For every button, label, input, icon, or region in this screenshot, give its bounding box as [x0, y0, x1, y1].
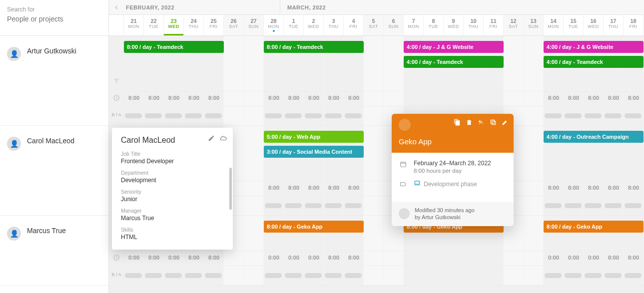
hours-cell: 8:00 — [304, 185, 324, 191]
booking-bar[interactable]: 4:00 / day - J & G Website — [544, 41, 644, 53]
hours-cell: 8:00 — [304, 95, 324, 101]
copy-icon[interactable] — [454, 119, 461, 127]
day-cell[interactable]: 3THU — [324, 15, 344, 35]
hours-cell: 8:00 — [624, 185, 644, 191]
ba-row: B / A — [124, 266, 644, 286]
ba-pill — [285, 203, 302, 208]
hours-row: 8:008:008:008:008:008:008:008:008:008:00… — [124, 91, 644, 106]
hours-cell: 0:00 — [564, 255, 584, 261]
edit-icon[interactable] — [208, 135, 215, 143]
job-title-label: Job Title — [121, 151, 224, 157]
card-edit-icon[interactable] — [502, 119, 509, 127]
booking-bar[interactable]: 4:00 / day - Teamdeck — [544, 56, 644, 68]
ba-pill — [125, 113, 142, 118]
ba-pill — [345, 203, 362, 208]
prev-month-icon[interactable] — [109, 0, 124, 14]
avatar: 👤 — [7, 137, 21, 151]
booking-bar[interactable]: 8:00 / day - Geko App — [264, 221, 364, 233]
booking-bar[interactable]: 3:00 / day - Social Media Content — [264, 146, 364, 158]
day-cell[interactable]: 24THU — [184, 15, 204, 35]
ba-pill — [565, 203, 582, 208]
day-cell[interactable]: 8TUE — [424, 15, 444, 35]
hours-cell: 8:00 — [264, 95, 284, 101]
day-cell[interactable]: 1TUE — [284, 15, 304, 35]
cut-icon[interactable] — [478, 119, 485, 127]
ba-pill — [265, 203, 282, 208]
tag-icon — [399, 180, 408, 189]
month-bar: FEBRUARY, 2022 MARCH, 2022 — [109, 0, 644, 15]
day-cell[interactable]: 10THU — [464, 15, 484, 35]
day-cell[interactable]: 13SUN — [524, 15, 544, 35]
hours-cell: 8:00 — [564, 95, 584, 101]
phase-chip: Development phase — [414, 180, 477, 188]
hours-cell: 0:00 — [584, 255, 604, 261]
hours-cell: 8:00 — [324, 185, 344, 191]
hours-cell: 8:00 — [624, 95, 644, 101]
person-row[interactable]: 👤Marcus True — [0, 216, 108, 286]
day-cell[interactable]: 4FRI — [344, 15, 364, 35]
booking-bar[interactable]: 5:00 / day - Web App — [264, 131, 364, 143]
hours-cell: 8:00 — [264, 185, 284, 191]
ba-pill — [585, 273, 602, 278]
ba-pill — [545, 113, 562, 118]
svg-rect-4 — [492, 121, 496, 125]
booking-bar[interactable]: 8:00 / day - Teamdeck — [124, 41, 224, 53]
person-name: Artur Gutkowski — [27, 47, 76, 55]
day-cell[interactable]: 5SAT — [364, 15, 384, 35]
day-cell[interactable]: 15TUE — [564, 15, 584, 35]
duplicate-icon[interactable] — [490, 119, 497, 127]
booking-bar[interactable]: 8:00 / day - Geko App — [544, 221, 644, 233]
svg-rect-5 — [401, 162, 406, 167]
person-row[interactable]: 👤Artur Gutkowski — [0, 36, 108, 126]
ba-pill — [125, 273, 142, 278]
day-cell[interactable]: 2WED — [304, 15, 324, 35]
hours-cell: 8:00 — [584, 185, 604, 191]
ba-pill — [325, 273, 342, 278]
booking-bar[interactable]: 8:00 / day - Teamdeck — [264, 41, 364, 53]
modified-time: Modified 30 minutes ago — [415, 207, 475, 214]
day-cell[interactable]: 28MON — [264, 15, 284, 35]
delete-icon[interactable] — [466, 119, 473, 127]
ba-label: B / A — [109, 272, 124, 277]
ba-pill — [285, 113, 302, 118]
hours-cell: 8:00 — [284, 95, 304, 101]
ba-pill — [145, 273, 162, 278]
day-cell[interactable]: 25FRI — [204, 15, 224, 35]
ba-pill — [265, 113, 282, 118]
hours-cell: 8:00 — [344, 185, 364, 191]
day-cell[interactable]: 27SUN — [244, 15, 264, 35]
day-cell[interactable]: 17THU — [604, 15, 624, 35]
day-cell[interactable]: 18FRI — [624, 15, 644, 35]
day-cell[interactable]: 26SAT — [224, 15, 244, 35]
day-cell[interactable]: 9WED — [444, 15, 464, 35]
day-cell[interactable]: 7MON — [404, 15, 424, 35]
day-cell[interactable]: 11FRI — [484, 15, 504, 35]
day-cell[interactable]: 23WED — [164, 15, 184, 35]
day-cell[interactable]: 12SAT — [504, 15, 524, 35]
hours-cell: 8:00 — [204, 95, 224, 101]
booking-bar[interactable]: 4:00 / day - J & G Website — [404, 41, 504, 53]
person-row[interactable]: 👤Carol MacLeod — [0, 126, 108, 216]
hours-cell: 8:00 — [344, 95, 364, 101]
ba-pill — [185, 273, 202, 278]
hours-cell: 8:00 — [144, 95, 164, 101]
day-cell[interactable]: 14MON — [544, 15, 564, 35]
card-avatar — [399, 119, 411, 131]
day-cell[interactable]: 22TUE — [144, 15, 164, 35]
hours-cell: 0:00 — [544, 255, 564, 261]
day-cell[interactable]: 16WED — [584, 15, 604, 35]
ba-pill — [305, 203, 322, 208]
popover-scrollbar[interactable] — [229, 168, 232, 210]
ba-pill — [165, 113, 182, 118]
skills-value: HTML — [121, 234, 224, 241]
person-name: Marcus True — [27, 227, 66, 235]
day-cell[interactable]: 6SUN — [384, 15, 404, 35]
booking-bar[interactable]: 4:00 / day - Teamdeck — [404, 56, 504, 68]
hours-cell: 8:00 — [344, 255, 364, 261]
day-cell[interactable]: 21MON — [124, 15, 144, 35]
ba-pill — [265, 273, 282, 278]
cloud-icon[interactable] — [220, 135, 227, 143]
search-input[interactable] — [7, 15, 101, 23]
booking-bar[interactable]: 4:00 / day - Outreach Campaign — [544, 131, 644, 143]
laptop-icon — [414, 180, 421, 188]
